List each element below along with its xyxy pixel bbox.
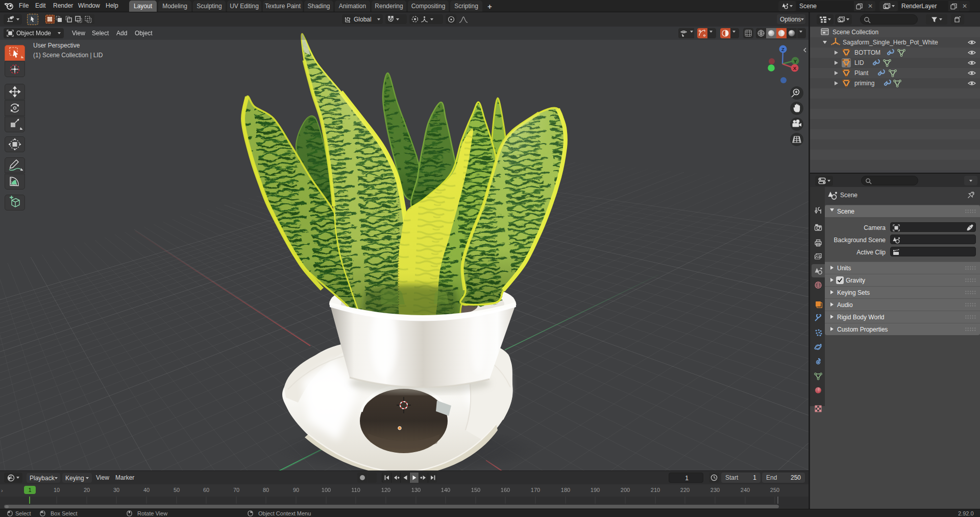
svg-text:Z: Z — [781, 46, 785, 52]
svg-text:X: X — [793, 65, 797, 71]
svg-text:LID: LID — [854, 59, 864, 66]
svg-text:Plant: Plant — [854, 69, 869, 77]
svg-text:Y: Y — [794, 58, 797, 64]
svg-text:priming: priming — [854, 80, 874, 87]
svg-text:Sagaform_Single_Herb_Pot_White: Sagaform_Single_Herb_Pot_White — [843, 39, 938, 46]
svg-text:BOTTOM: BOTTOM — [854, 49, 880, 56]
svg-text:Scene Collection: Scene Collection — [832, 29, 878, 36]
